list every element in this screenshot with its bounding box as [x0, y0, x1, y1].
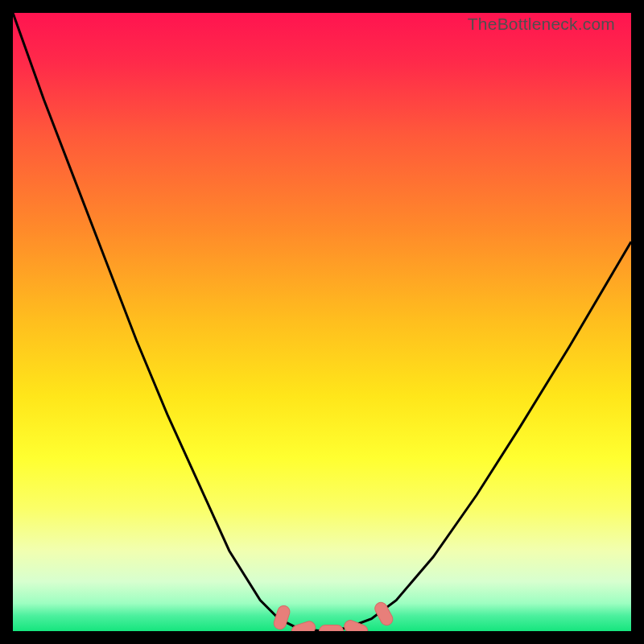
chart-frame: TheBottleneck.com [13, 13, 631, 631]
bottleneck-curve [13, 13, 631, 631]
watermark-text: TheBottleneck.com [468, 14, 615, 34]
curve-marker [272, 605, 291, 631]
bottleneck-curve-layer [13, 13, 631, 631]
curve-marker [320, 625, 344, 632]
